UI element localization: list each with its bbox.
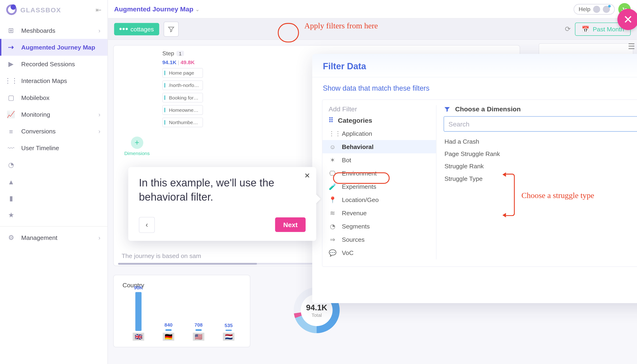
nav-item[interactable]: ▮: [0, 190, 108, 207]
help-button[interactable]: Help: [574, 4, 615, 14]
category-icon: ☺: [329, 143, 337, 150]
stat-b: 49.8K: [181, 59, 195, 66]
nav-item[interactable]: 📈Monitoring›: [0, 106, 108, 123]
category-label: VoC: [342, 249, 353, 256]
categories-list: ⋮⋮Application☺Behavioral✶Bot🖵Environment…: [323, 127, 436, 260]
nav-item[interactable]: ⋮⋮Interaction Maps: [0, 72, 108, 89]
dimension-item[interactable]: Struggle Rank: [444, 160, 637, 172]
nav-item[interactable]: ⊞Meshboards›: [0, 22, 108, 39]
category-icon: 🖵: [329, 170, 337, 177]
modal-subtitle: Show data that match these filters: [312, 78, 637, 96]
flag-icon: 🇬🇧: [133, 332, 144, 340]
nav-label: Management: [21, 234, 57, 241]
chevron-down-icon[interactable]: ⌄: [195, 6, 200, 12]
dimensions-button[interactable]: + Dimensions: [124, 136, 150, 156]
category-icon: ⋮⋮: [329, 130, 337, 137]
filter-button[interactable]: [164, 22, 179, 36]
filter-icon: [168, 25, 174, 32]
nav-item[interactable]: ≡Conversions›: [0, 123, 108, 140]
hamburger-icon[interactable]: ☰: [628, 42, 635, 51]
modal-title: Filter Data: [323, 61, 366, 71]
category-item[interactable]: ☺Behavioral: [323, 140, 436, 154]
filter-icon: [444, 105, 451, 112]
nav-icon: ◔: [7, 161, 15, 169]
step-item[interactable]: Homeowner sig…: [162, 105, 203, 115]
close-tour-button[interactable]: ✕: [617, 9, 637, 30]
nav-item-management[interactable]: ⚙ Management ›: [0, 230, 108, 246]
nav-item[interactable]: ◔: [0, 156, 108, 173]
category-label: Bot: [342, 156, 351, 164]
step-item[interactable]: Booking form …: [162, 93, 203, 102]
dimension-item[interactable]: Page Struggle Rank: [444, 148, 637, 160]
category-item[interactable]: ≋Revenue: [323, 206, 436, 220]
category-icon: ≋: [329, 210, 337, 216]
bar-col: 840🇩🇪: [160, 322, 177, 341]
step-item[interactable]: Home page: [162, 68, 203, 78]
nav-icon: ▢: [7, 94, 15, 102]
nav-bottom: ⚙ Management ›: [0, 226, 108, 364]
nav-item[interactable]: ▶Recorded Sessions: [0, 56, 108, 72]
category-item[interactable]: ⇒Sources: [323, 233, 436, 246]
category-label: Location/Geo: [342, 196, 379, 203]
nav-icon: ▶: [7, 60, 15, 68]
close-icon[interactable]: ✕: [304, 172, 310, 180]
help-icon: [593, 6, 600, 12]
nav-label: User Timeline: [21, 144, 59, 152]
donut-label: Total: [306, 312, 327, 318]
nav-icon: 📈: [7, 110, 15, 118]
nav-item[interactable]: ▲: [0, 173, 108, 190]
dimension-header: Choose a Dimension: [444, 105, 637, 116]
nav-item[interactable]: ★: [0, 207, 108, 224]
next-button[interactable]: Next: [275, 218, 305, 232]
dimension-item[interactable]: Struggle Type: [444, 172, 637, 184]
add-filter-panel: Add Filter ⠿ Categories ⋮⋮Application☺Be…: [322, 100, 637, 267]
step-number: 1: [177, 51, 184, 56]
category-item[interactable]: 📍Location/Geo: [323, 193, 436, 206]
nav-item[interactable]: 〰User Timeline: [0, 140, 108, 156]
main: Augmented Journey Map ⌄ Help Jo cottages…: [108, 0, 637, 364]
category-item[interactable]: ◔Segments: [323, 220, 436, 233]
nav-item[interactable]: ⇢Augmented Journey Map: [0, 39, 108, 56]
category-item[interactable]: 💬VoC: [323, 246, 436, 260]
category-item[interactable]: ✶Bot: [323, 154, 436, 167]
page-title[interactable]: Augmented Journey Map: [114, 5, 193, 13]
step-item[interactable]: /north-norfol…: [162, 80, 203, 90]
annotation-text: Apply filters from here: [304, 21, 378, 30]
category-item[interactable]: 🖵Environment: [323, 167, 436, 180]
bar: [135, 292, 142, 331]
app-chip[interactable]: cottages: [114, 23, 159, 35]
date-label: Past Month: [593, 25, 624, 32]
coach-text: In this example, we'll use the behaviora…: [139, 176, 306, 204]
chevron-right-icon: ›: [98, 27, 101, 34]
nav-label: Mobilebox: [21, 94, 49, 101]
nav-icon: ▮: [7, 194, 15, 202]
category-icon: ◔: [329, 223, 337, 230]
category-item[interactable]: ⋮⋮Application: [323, 127, 436, 140]
collapse-icon[interactable]: ⇤: [96, 6, 101, 14]
search-input[interactable]: [444, 116, 637, 132]
category-label: Segments: [342, 223, 370, 230]
coach-tooltip: ✕ In this example, we'll use the behavio…: [128, 167, 316, 241]
help-label: Help: [579, 6, 590, 12]
chip-label: cottages: [131, 25, 154, 32]
dimension-item[interactable]: Had a Crash: [444, 135, 637, 148]
bar-col: 90K🇬🇧: [130, 285, 147, 341]
nav-label: Interaction Maps: [21, 78, 67, 84]
step-item[interactable]: Northumberlan…: [162, 118, 203, 128]
category-item[interactable]: 🧪Experiments: [323, 180, 436, 193]
nav-icon: ≡: [7, 127, 15, 135]
categories-header: ⠿ Categories: [323, 116, 436, 127]
refresh-button[interactable]: ⟳: [565, 25, 571, 33]
topbar: Augmented Journey Map ⌄ Help Jo: [108, 0, 637, 18]
sidebar-header: GLASSBOX ⇤: [0, 0, 108, 20]
nav-icon: ▲: [7, 178, 15, 186]
step-header: Step 1: [162, 50, 203, 57]
country-bars: 90K🇬🇧840🇩🇪708🇺🇸535🇳🇱: [123, 292, 241, 341]
grid-icon: ⠿: [329, 116, 334, 124]
category-label: Application: [342, 130, 372, 137]
nav-item[interactable]: ▢Mobilebox: [0, 89, 108, 106]
category-label: Experiments: [342, 183, 376, 190]
bar: [226, 330, 232, 331]
back-button[interactable]: ‹: [139, 217, 155, 233]
logo-icon: [6, 4, 17, 15]
